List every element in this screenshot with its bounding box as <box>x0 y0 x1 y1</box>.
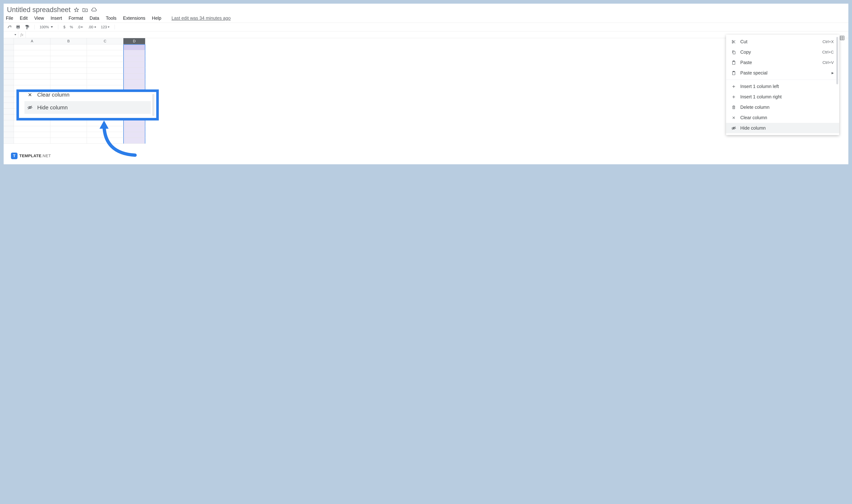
percent-format[interactable]: % <box>70 25 73 29</box>
template-logo-icon: T <box>11 152 18 159</box>
paint-format-icon[interactable] <box>25 25 29 30</box>
badge-tld: .NET <box>41 154 51 158</box>
svg-marker-10 <box>14 34 16 35</box>
callout-clear-column: Clear column <box>24 89 151 101</box>
svg-marker-5 <box>51 26 53 28</box>
column-header-b[interactable]: B <box>50 38 87 44</box>
formula-bar: fx <box>4 31 848 38</box>
redo-icon[interactable] <box>7 25 11 29</box>
cm-copy[interactable]: Copy Ctrl+C <box>726 47 839 57</box>
plus-icon <box>731 84 736 89</box>
menu-edit[interactable]: Edit <box>20 16 28 21</box>
last-edit-link[interactable]: Last edit was 34 minutes ago <box>171 16 231 21</box>
plus-icon <box>731 94 736 100</box>
cm-paste-special[interactable]: Paste special ▶ <box>726 68 839 78</box>
menu-view[interactable]: View <box>34 16 44 21</box>
increase-decimal[interactable]: .00 <box>88 25 96 29</box>
menu-bar: File Edit View Insert Format Data Tools … <box>4 14 848 23</box>
badge-brand: TEMPLATE <box>19 154 41 158</box>
more-formats[interactable]: 123 <box>101 25 109 29</box>
cm-delete-column[interactable]: Delete column <box>726 102 839 112</box>
spreadsheet-app: Untitled spreadsheet File Edit View Inse… <box>4 4 848 164</box>
name-box[interactable] <box>4 31 18 38</box>
copy-icon <box>731 50 736 55</box>
svg-rect-4 <box>25 25 28 26</box>
cut-shortcut: Ctrl+X <box>822 39 834 44</box>
svg-rect-1 <box>17 25 19 26</box>
clipboard-icon <box>731 60 736 65</box>
menu-extensions[interactable]: Extensions <box>123 16 145 21</box>
column-headers: A B C D <box>4 38 848 44</box>
eye-off-icon <box>731 126 736 131</box>
formula-input[interactable] <box>25 31 848 38</box>
cloud-status-icon[interactable] <box>91 8 97 12</box>
eye-off-icon <box>27 105 33 110</box>
callout-scrollbar <box>152 94 155 116</box>
svg-rect-15 <box>733 52 735 54</box>
star-icon[interactable] <box>74 7 79 13</box>
select-all-corner[interactable] <box>4 38 14 44</box>
svg-rect-3 <box>17 28 19 29</box>
title-bar: Untitled spreadsheet <box>4 4 848 14</box>
column-header-a[interactable]: A <box>14 38 50 44</box>
cm-hide-column[interactable]: Hide column <box>726 123 839 133</box>
paste-shortcut: Ctrl+V <box>822 60 834 65</box>
cm-paste[interactable]: Paste Ctrl+V <box>726 57 839 68</box>
callout-hide-column[interactable]: Hide column <box>24 101 151 114</box>
menu-tools[interactable]: Tools <box>106 16 116 21</box>
callout-highlight: Clear column Hide column <box>16 89 159 121</box>
cm-clear-column[interactable]: Clear column <box>726 112 839 123</box>
svg-marker-6 <box>108 26 109 28</box>
toolbar: 100% $ % .0 .00 123 <box>4 23 848 31</box>
column-header-d[interactable]: D <box>123 38 145 44</box>
trash-icon <box>731 105 736 110</box>
template-net-badge: T TEMPLATE.NET <box>11 152 51 159</box>
currency-format[interactable]: $ <box>64 25 65 29</box>
zoom-dropdown[interactable]: 100% <box>40 25 53 29</box>
decrease-decimal[interactable]: .0 <box>77 25 84 29</box>
svg-marker-0 <box>74 8 78 12</box>
menu-insert[interactable]: Insert <box>51 16 62 21</box>
fx-icon: fx <box>18 32 25 37</box>
context-menu-scrollbar[interactable] <box>836 37 838 133</box>
cm-insert-right[interactable]: Insert 1 column right <box>726 92 839 102</box>
menu-format[interactable]: Format <box>69 16 83 21</box>
menu-file[interactable]: File <box>6 16 13 21</box>
clipboard-special-icon <box>731 70 736 76</box>
copy-shortcut: Ctrl+C <box>822 50 834 55</box>
column-context-menu: Cut Ctrl+X Copy Ctrl+C Paste Ctrl+V Past… <box>726 35 839 135</box>
scissors-icon <box>731 39 736 44</box>
print-icon[interactable] <box>16 25 20 29</box>
doc-title[interactable]: Untitled spreadsheet <box>7 6 71 14</box>
menu-divider <box>726 79 839 80</box>
move-folder-icon[interactable] <box>82 7 88 12</box>
cm-insert-left[interactable]: Insert 1 column left <box>726 81 839 92</box>
menu-help[interactable]: Help <box>152 16 161 21</box>
submenu-arrow-icon: ▶ <box>832 71 834 75</box>
close-icon <box>27 92 33 98</box>
cm-cut[interactable]: Cut Ctrl+X <box>726 36 839 47</box>
menu-data[interactable]: Data <box>90 16 99 21</box>
column-header-c[interactable]: C <box>87 38 123 44</box>
close-icon <box>731 115 736 120</box>
